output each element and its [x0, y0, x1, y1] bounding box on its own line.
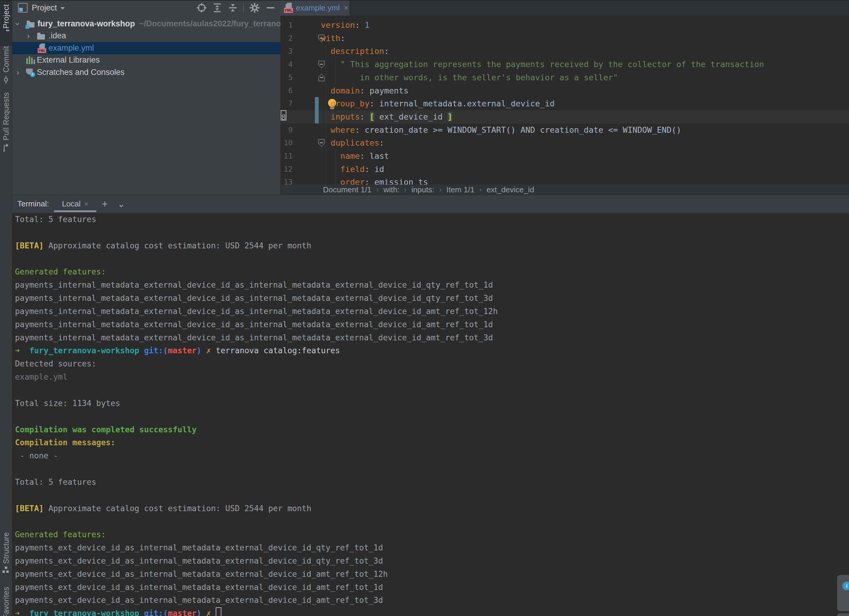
terminal-line: Total: 5 features: [15, 476, 849, 489]
code-line-6: domain: payments: [321, 84, 849, 97]
terminal-line: payments_ext_device_id_as_internal_metad…: [15, 567, 849, 581]
collapse-all-icon[interactable]: [228, 3, 238, 13]
yml-file-icon: YML: [284, 2, 293, 13]
breadcrumb-item[interactable]: with:: [383, 185, 399, 194]
line-number: 7: [281, 97, 293, 110]
tool-button-project-label: Project: [2, 4, 10, 28]
breadcrumb-item[interactable]: Item 1/1: [446, 185, 475, 194]
chevron-right-icon[interactable]: ›: [16, 68, 19, 77]
terminal-line: [15, 252, 849, 265]
editor-tab-example-yml[interactable]: YML example.yml ×: [280, 0, 349, 16]
new-terminal-icon[interactable]: +: [102, 195, 108, 213]
project-tree-panel: ›fury_terranova-workshop~/Documents/aula…: [12, 16, 280, 195]
terminal-header: Terminal: Local × + ⌄: [12, 195, 849, 213]
editor-pane: 1version: 12with:3 description:4 " This …: [280, 16, 849, 195]
notification-card-2[interactable]: [837, 613, 849, 616]
code-line-12: field: id: [321, 163, 849, 176]
line-number: 2: [281, 32, 293, 45]
tab-close-icon[interactable]: ×: [344, 3, 349, 13]
external-libraries-icon: [26, 56, 35, 64]
tool-button-pull-requests-label: Pull Requests: [2, 92, 10, 140]
tree-item-fury-terranova-workshop[interactable]: ›fury_terranova-workshop~/Documents/aula…: [12, 18, 280, 30]
commit-icon: [2, 75, 10, 85]
terminal-panel: Terminal: Local × + ⌄ Total: 5 features …: [12, 195, 849, 616]
terminal-line: [BETA] Approximate catalog cost estimati…: [15, 502, 849, 515]
line-number: 3: [281, 45, 293, 58]
tree-item-external-libraries[interactable]: External Libraries: [12, 54, 280, 66]
notification-card[interactable]: i: [837, 575, 849, 611]
tool-button-favorites[interactable]: Favorites: [0, 584, 12, 616]
chevron-right-icon[interactable]: ›: [27, 32, 30, 40]
code-line-5: in other words, is the seller's behavior…: [321, 71, 849, 84]
tree-item-label: External Libraries: [37, 55, 100, 65]
breadcrumb-separator-icon: ›: [376, 185, 379, 194]
editor-tab-label: example.yml: [296, 3, 340, 13]
terminal-line: Total: 5 features: [15, 213, 849, 226]
project-panel-toolbar: [197, 0, 276, 16]
terminal-line: [15, 489, 849, 502]
terminal-tab-local[interactable]: Local ×: [54, 195, 97, 213]
line-number: 8: [281, 110, 286, 121]
line-number: 4: [281, 58, 293, 71]
breadcrumb-separator-icon: ›: [404, 185, 407, 194]
line-number: 1: [281, 19, 293, 32]
terminal-line: payments_ext_device_id_as_internal_metad…: [15, 554, 849, 567]
hide-panel-icon[interactable]: [265, 3, 276, 13]
code-line-2: with:: [321, 32, 849, 45]
terminal-line: [15, 515, 849, 528]
terminal-line: [15, 383, 849, 397]
terminal-line: [15, 226, 849, 239]
chevron-down-icon[interactable]: [61, 7, 65, 10]
toolbar-separator: [243, 4, 244, 12]
breadcrumb: Document 1/1›with:›inputs:›Item 1/1›ext_…: [281, 185, 849, 195]
terminal-tab-close-icon[interactable]: ×: [84, 200, 88, 208]
expand-all-icon[interactable]: [212, 3, 222, 13]
terminal-line: example.yml: [15, 370, 849, 383]
line-number: 6: [281, 84, 293, 97]
chevron-down-icon[interactable]: ›: [13, 22, 22, 25]
tool-button-project[interactable]: Project: [0, 0, 12, 46]
line-number: 12: [281, 163, 293, 176]
terminal-line: payments_internal_metadata_external_devi…: [15, 331, 849, 344]
tree-item-scratches-and-consoles[interactable]: ›Scratches and Consoles: [12, 66, 280, 79]
terminal-output[interactable]: Total: 5 features [BETA] Approximate cat…: [12, 213, 849, 616]
terminal-line: Total size: 1134 bytes: [15, 397, 849, 410]
tree-item-example-yml[interactable]: YMLexample.yml: [12, 42, 280, 54]
tool-button-commit[interactable]: Commit: [0, 43, 12, 91]
code-line-4: " This aggregation represents the paymen…: [321, 58, 849, 71]
terminal-line: payments_internal_metadata_external_devi…: [15, 291, 849, 305]
breadcrumb-separator-icon: ›: [439, 185, 442, 194]
top-bar: Project YML example.yml ×: [12, 0, 849, 16]
terminal-line: Detected sources:: [15, 357, 849, 370]
code-line-13: order: emission_ts: [321, 176, 849, 185]
terminal-line: payments_internal_metadata_external_devi…: [15, 278, 849, 291]
tree-item-label: Scratches and Consoles: [37, 68, 125, 77]
left-tool-stripe: Project Commit Pull Requests Structure F…: [0, 0, 12, 616]
code-area[interactable]: 1version: 12with:3 description:4 " This …: [281, 16, 849, 185]
tree-item--idea[interactable]: ›.idea: [12, 30, 280, 42]
tool-button-pull-requests[interactable]: Pull Requests: [0, 90, 12, 163]
terminal-line: payments_ext_device_id_as_internal_metad…: [15, 581, 849, 594]
window-top-edge: [0, 0, 849, 1]
code-line-9: where: creation_date >= WINDOW_START() A…: [321, 124, 849, 137]
tool-button-favorites-label: Favorites: [2, 587, 10, 616]
code-line-10: duplicates:: [321, 136, 849, 149]
locate-file-icon[interactable]: [197, 3, 207, 13]
breadcrumb-item[interactable]: ext_device_id: [487, 185, 534, 194]
terminal-dropdown-icon[interactable]: ⌄: [118, 195, 125, 213]
terminal-line: payments_internal_metadata_external_devi…: [15, 305, 849, 318]
breadcrumb-item[interactable]: inputs:: [411, 185, 434, 194]
folder-icon: [37, 34, 45, 40]
tool-button-structure[interactable]: Structure: [0, 530, 12, 579]
pull-request-icon: [2, 143, 10, 153]
scratches-icon: [26, 69, 34, 76]
tree-item-label: .idea: [49, 31, 66, 40]
project-tool-window-icon: [18, 3, 28, 13]
terminal-line: Generated features:: [15, 265, 849, 278]
terminal-line: Compilation messages:: [15, 436, 849, 449]
terminal-label: Terminal:: [17, 195, 49, 213]
project-folder-icon: [27, 22, 34, 28]
breadcrumb-item[interactable]: Document 1/1: [323, 185, 371, 194]
info-icon: i: [842, 582, 849, 590]
settings-gear-icon[interactable]: [249, 2, 260, 13]
